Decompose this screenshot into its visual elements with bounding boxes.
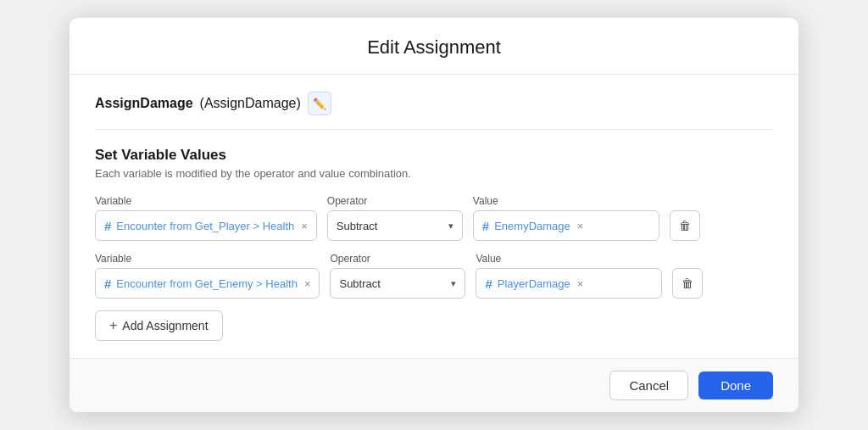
assignment-name-row: AssignDamage (AssignDamage) ✏️ bbox=[95, 92, 773, 130]
operator-field-group-1: Operator Subtract ▾ bbox=[327, 195, 463, 241]
assignment-row-2: Variable # Encounter from Get_Enemy > He… bbox=[95, 253, 773, 299]
variable-field-group-2: Variable # Encounter from Get_Enemy > He… bbox=[95, 253, 320, 299]
pencil-icon: ✏️ bbox=[313, 98, 326, 110]
operator-value-2: Subtract bbox=[339, 277, 380, 290]
variable-label-1: Variable bbox=[95, 195, 317, 207]
add-assignment-button[interactable]: + Add Assignment bbox=[95, 310, 223, 341]
operator-select-2[interactable]: Subtract ▾ bbox=[330, 268, 465, 299]
trash-icon-1: 🗑 bbox=[679, 219, 691, 232]
variable-remove-1[interactable]: × bbox=[301, 220, 308, 232]
value-remove-2[interactable]: × bbox=[577, 277, 584, 290]
section-title: Set Variable Values bbox=[95, 147, 773, 164]
assignment-name-paren: (AssignDamage) bbox=[200, 96, 301, 111]
value-input-1[interactable]: # EnemyDamage × bbox=[473, 210, 659, 241]
variable-input-2[interactable]: # Encounter from Get_Enemy > Health × bbox=[95, 268, 320, 299]
value-field-group-2: Value # PlayerDamage × bbox=[476, 253, 662, 299]
hash-icon-2: # bbox=[104, 276, 111, 291]
operator-label-1: Operator bbox=[327, 195, 463, 207]
variable-label-2: Variable bbox=[95, 253, 320, 265]
hash-icon-1: # bbox=[104, 219, 111, 233]
value-tag-1: EnemyDamage bbox=[494, 220, 570, 232]
modal-body: AssignDamage (AssignDamage) ✏️ Set Varia… bbox=[70, 75, 798, 358]
variable-remove-2[interactable]: × bbox=[304, 277, 311, 290]
cancel-button[interactable]: Cancel bbox=[609, 371, 688, 400]
value-tag-2: PlayerDamage bbox=[498, 277, 570, 290]
edit-assignment-modal: Edit Assignment AssignDamage (AssignDama… bbox=[70, 18, 798, 412]
assignment-name-bold: AssignDamage bbox=[95, 96, 193, 111]
operator-label-2: Operator bbox=[330, 253, 465, 265]
dropdown-arrow-icon-2: ▾ bbox=[451, 278, 456, 289]
dropdown-arrow-icon-1: ▾ bbox=[448, 221, 453, 232]
variable-tag-2: Encounter from Get_Enemy > Health bbox=[116, 277, 298, 290]
delete-row-2-button[interactable]: 🗑 bbox=[672, 268, 703, 299]
value-field-group-1: Value # EnemyDamage × bbox=[473, 195, 659, 241]
variable-tag-1: Encounter from Get_Player > Health bbox=[116, 220, 294, 232]
plus-icon: + bbox=[109, 318, 117, 333]
operator-field-group-2: Operator Subtract ▾ bbox=[330, 253, 465, 299]
value-input-2[interactable]: # PlayerDamage × bbox=[476, 268, 662, 299]
value-hash-icon-1: # bbox=[482, 219, 489, 233]
section-desc: Each variable is modified by the operato… bbox=[95, 167, 773, 180]
modal-title: Edit Assignment bbox=[95, 36, 773, 59]
variable-input-1[interactable]: # Encounter from Get_Player > Health × bbox=[95, 210, 317, 241]
modal-footer: Cancel Done bbox=[70, 358, 798, 412]
edit-name-button[interactable]: ✏️ bbox=[308, 92, 331, 115]
operator-select-1[interactable]: Subtract ▾ bbox=[327, 210, 463, 241]
modal-header: Edit Assignment bbox=[70, 18, 798, 75]
value-hash-icon-2: # bbox=[485, 276, 492, 291]
operator-value-1: Subtract bbox=[337, 220, 377, 232]
value-label-1: Value bbox=[473, 195, 659, 207]
variable-field-group-1: Variable # Encounter from Get_Player > H… bbox=[95, 195, 317, 241]
done-button[interactable]: Done bbox=[698, 371, 773, 399]
delete-row-1-button[interactable]: 🗑 bbox=[670, 210, 700, 241]
assignment-row: Variable # Encounter from Get_Player > H… bbox=[95, 195, 773, 241]
value-label-2: Value bbox=[476, 253, 662, 265]
trash-icon-2: 🗑 bbox=[682, 276, 693, 290]
value-remove-1[interactable]: × bbox=[577, 220, 584, 232]
add-assignment-label: Add Assignment bbox=[122, 319, 208, 332]
